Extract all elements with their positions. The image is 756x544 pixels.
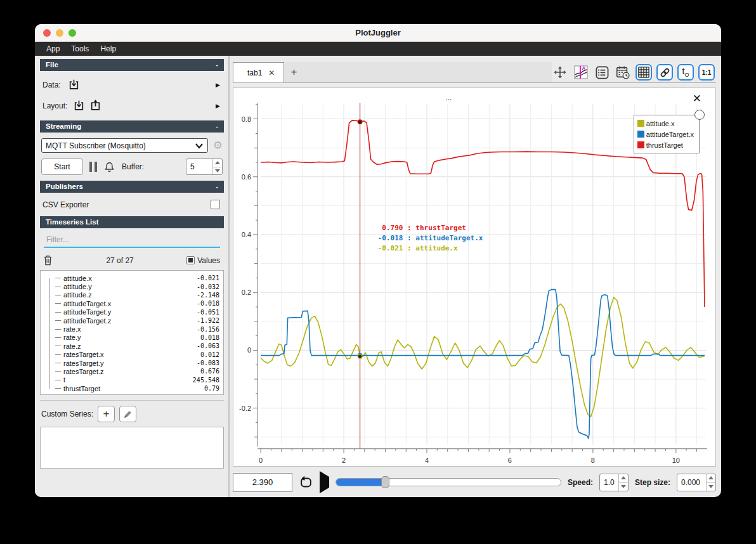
sidebar: File - Data: ▶ Layout: <box>35 56 230 497</box>
time-slider[interactable] <box>336 478 561 486</box>
plot-widget[interactable]: ... ✕ 0.80.60.40.20-0.20246810 0.790 : t… <box>233 87 716 467</box>
add-custom-series-button[interactable]: + <box>98 406 115 422</box>
plus-icon: + <box>290 66 297 79</box>
load-layout-button[interactable] <box>70 98 87 113</box>
streaming-settings-gear-icon[interactable]: ⚙ <box>213 140 223 151</box>
notifications-bell-icon[interactable] <box>103 160 115 173</box>
tracker-style-button[interactable]: A <box>573 64 589 81</box>
ratio-button[interactable]: 1:1 <box>698 64 715 81</box>
start-streaming-button[interactable]: Start <box>41 159 83 175</box>
legend-label: thrustTarget <box>646 141 683 149</box>
timeseries-row-rate.z[interactable]: rate.z-0.063 <box>55 342 219 350</box>
export-layout-icon <box>89 100 102 112</box>
tab-tab1[interactable]: tab1 ✕ <box>233 62 284 82</box>
collapse-icon[interactable]: - <box>216 122 218 130</box>
datetime-button[interactable] <box>615 64 631 81</box>
y-tick-label: 0.2 <box>242 288 251 296</box>
timeseries-row-attitude.z[interactable]: attitude.z-2.148 <box>55 291 219 299</box>
step-size-spinbox[interactable]: 0.000 <box>677 474 716 491</box>
legend-entry-attitudeTarget.x[interactable]: attitudeTarget.x <box>637 129 694 139</box>
tree-branch-icon <box>55 363 61 363</box>
collapse-icon[interactable]: - <box>216 183 218 190</box>
custom-series-listbox[interactable] <box>40 427 224 469</box>
legend-swatch <box>637 131 644 138</box>
buffer-spinbox[interactable]: 5 <box>186 159 223 175</box>
legend-entry-thrustTarget[interactable]: thrustTarget <box>637 139 694 150</box>
chevron-down-icon <box>195 143 204 149</box>
edit-custom-series-button[interactable] <box>119 406 136 422</box>
series-attitude.x <box>261 297 705 417</box>
pan-zoom-button[interactable] <box>552 64 568 81</box>
y-tick-label: -0.2 <box>239 405 251 412</box>
collapse-icon[interactable]: - <box>216 61 218 68</box>
timeseries-row-thrustTarget[interactable]: thrustTarget0.79 <box>55 384 219 392</box>
play-icon <box>320 471 329 493</box>
x-tick-label: 2 <box>342 457 346 464</box>
title-bar: PlotJuggler <box>35 24 721 42</box>
timeseries-section-header[interactable]: Timeseries List <box>40 216 224 228</box>
timeseries-row-ratesTarget.y[interactable]: ratesTarget.y-0.083 <box>55 359 219 367</box>
timeseries-row-attitude.x[interactable]: attitude.x-0.021 <box>55 274 219 282</box>
values-checkbox[interactable] <box>186 256 195 264</box>
streaming-section-header[interactable]: Streaming - <box>40 120 224 133</box>
y-tick-label: 0.6 <box>242 173 251 181</box>
buffer-value[interactable]: 5 <box>186 159 212 174</box>
new-tab-button[interactable]: + <box>284 62 303 82</box>
calendar-clock-icon <box>615 65 630 80</box>
buffer-spin-arrows[interactable] <box>212 159 222 174</box>
time-display[interactable]: 2.390 <box>233 473 292 492</box>
menu-item-app[interactable]: App <box>41 43 65 55</box>
delete-trash-icon[interactable] <box>42 254 53 266</box>
spin-down-icon[interactable] <box>619 482 628 491</box>
file-section-header[interactable]: File - <box>40 59 224 71</box>
plot-legend[interactable]: attitude.xattitudeTarget.xthrustTarget <box>634 115 700 153</box>
menu-item-tools[interactable]: Tools <box>66 43 94 55</box>
timeseries-row-t[interactable]: t245.548 <box>55 376 219 384</box>
step-size-value[interactable]: 0.000 <box>677 474 706 491</box>
tree-branch-icon <box>55 380 61 380</box>
time-offset-button[interactable]: tO <box>677 64 694 81</box>
timeseries-row-attitude.y[interactable]: attitude.y-0.032 <box>55 282 219 290</box>
streaming-source-value: MQTT Subscriber (Mosquitto) <box>46 141 146 150</box>
loop-icon <box>299 476 313 489</box>
slider-handle[interactable] <box>381 476 389 488</box>
pause-icon[interactable] <box>89 162 97 172</box>
layout-expand-arrow[interactable]: ▶ <box>214 103 221 109</box>
speed-value[interactable]: 1.0 <box>600 474 618 491</box>
tree-branch-icon <box>55 303 61 304</box>
save-layout-button[interactable] <box>87 98 103 113</box>
timeseries-row-attitudeTarget.y[interactable]: attitudeTarget.y-0.051 <box>55 308 219 316</box>
timeseries-row-ratesTarget.z[interactable]: ratesTarget.z0.676 <box>55 367 219 375</box>
spin-up-icon[interactable] <box>707 474 715 482</box>
legend-handle-icon[interactable] <box>694 110 705 120</box>
spin-up-icon[interactable] <box>619 474 628 482</box>
grid-layout-button[interactable] <box>635 64 652 81</box>
publishers-section-header[interactable]: Publishers - <box>40 181 224 193</box>
spin-down-icon[interactable] <box>707 482 715 491</box>
legend-label: attitudeTarget.x <box>646 131 694 138</box>
legend-entry-attitude.x[interactable]: attitude.x <box>637 118 694 129</box>
play-button[interactable] <box>320 477 329 488</box>
timeseries-row-rate.y[interactable]: rate.y0.018 <box>55 334 219 342</box>
spin-down-icon[interactable] <box>213 167 222 175</box>
menu-item-help[interactable]: Help <box>95 43 121 55</box>
spin-up-icon[interactable] <box>213 159 222 167</box>
summary-list-button[interactable] <box>594 64 610 81</box>
load-data-button[interactable] <box>66 77 82 93</box>
tab-close-icon[interactable]: ✕ <box>268 68 275 77</box>
link-axes-button[interactable] <box>656 64 673 81</box>
timeseries-listbox[interactable]: attitude.x-0.021attitude.y-0.032attitude… <box>40 270 224 395</box>
loop-button[interactable] <box>299 476 313 489</box>
filter-input[interactable] <box>44 233 220 248</box>
timeseries-row-rate.x[interactable]: rate.x-0.156 <box>55 325 219 333</box>
data-expand-arrow[interactable]: ▶ <box>214 82 221 88</box>
csv-exporter-checkbox[interactable] <box>211 200 220 209</box>
cursor-readout-attitude.x: -0.021 : attitude.x <box>378 243 458 252</box>
timeseries-row-attitudeTarget.z[interactable]: attitudeTarget.z-1.922 <box>55 316 219 325</box>
x-tick-label: 0 <box>259 457 263 464</box>
timeseries-row-ratesTarget.x[interactable]: ratesTarget.x0.012 <box>55 351 219 359</box>
streaming-source-select[interactable]: MQTT Subscriber (Mosquitto) <box>41 138 208 153</box>
speed-spinbox[interactable]: 1.0 <box>599 474 629 491</box>
cursor-tracker-icon: A <box>573 65 589 80</box>
timeseries-row-attitudeTarget.x[interactable]: attitudeTarget.x-0.018 <box>55 299 219 308</box>
